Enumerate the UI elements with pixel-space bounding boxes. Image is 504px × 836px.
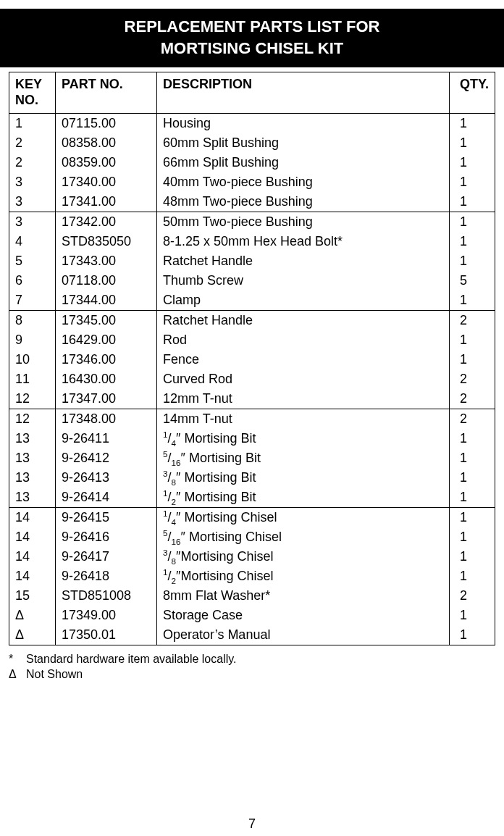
- cell-desc: 50mm Two-piece Bushing: [157, 212, 450, 232]
- cell-qty: 2: [449, 409, 495, 429]
- cell-key: 15: [9, 586, 56, 606]
- cell-key: 3: [9, 192, 56, 212]
- cell-qty: 5: [449, 271, 495, 290]
- cell-qty: 2: [449, 586, 495, 606]
- table-row: 607118.00Thumb Screw5: [9, 271, 495, 290]
- cell-desc: Curved Rod: [157, 369, 450, 389]
- cell-part: 17345.00: [56, 310, 157, 330]
- cell-qty: 1: [449, 468, 495, 488]
- cell-part: 17348.00: [56, 409, 157, 429]
- table-row: 1217347.0012mm T-nut2: [9, 389, 495, 409]
- cell-qty: 1: [449, 625, 495, 645]
- cell-desc: 48mm Two-piece Bushing: [157, 192, 450, 212]
- cell-key: Δ: [9, 625, 56, 645]
- cell-part: 17350.01: [56, 625, 157, 645]
- cell-part: STD851008: [56, 586, 157, 606]
- cell-part: 9-26413: [56, 468, 157, 488]
- cell-key: 14: [9, 507, 56, 527]
- title-bar: REPLACEMENT PARTS LIST FOR MORTISING CHI…: [0, 9, 504, 67]
- cell-desc: Thumb Screw: [157, 271, 450, 290]
- cell-key: 13: [9, 448, 56, 468]
- footnotes: *Standard hardware item available locall…: [9, 651, 495, 682]
- cell-desc: 3/8″Mortising Chisel: [157, 547, 450, 567]
- cell-part: 07115.00: [56, 113, 157, 133]
- cell-part: 08358.00: [56, 133, 157, 153]
- cell-desc: Storage Case: [157, 606, 450, 625]
- table-row: 139-264133/8″ Mortising Bit1: [9, 468, 495, 488]
- cell-part: 17340.00: [56, 172, 157, 192]
- cell-qty: 1: [449, 429, 495, 448]
- cell-qty: 2: [449, 369, 495, 389]
- footnote-text: Not Shown: [26, 666, 83, 682]
- cell-desc: Clamp: [157, 290, 450, 311]
- cell-part: 9-26416: [56, 527, 157, 547]
- cell-key: 14: [9, 547, 56, 567]
- cell-key: 1: [9, 113, 56, 133]
- cell-desc: 1/2″ Mortising Bit: [157, 488, 450, 508]
- table-row: 1116430.00Curved Rod2: [9, 369, 495, 389]
- cell-part: 17341.00: [56, 192, 157, 212]
- cell-key: 13: [9, 429, 56, 448]
- parts-table: KEY NO. PART NO. DESCRIPTION QTY. 107115…: [9, 72, 495, 645]
- cell-desc: 66mm Split Bushing: [157, 153, 450, 172]
- cell-part: 16429.00: [56, 330, 157, 350]
- cell-qty: 1: [449, 507, 495, 527]
- cell-part: 17346.00: [56, 350, 157, 369]
- cell-desc: Ratchet Handle: [157, 251, 450, 271]
- table-row: 15STD8510088mm Flat Washer*2: [9, 586, 495, 606]
- cell-part: 9-26418: [56, 567, 157, 586]
- cell-key: 8: [9, 310, 56, 330]
- table-row: 149-264173/8″Mortising Chisel1: [9, 547, 495, 567]
- cell-desc: 1/4″ Mortising Bit: [157, 429, 450, 448]
- table-row: 317342.0050mm Two-piece Bushing1: [9, 212, 495, 232]
- cell-desc: 60mm Split Bushing: [157, 133, 450, 153]
- cell-part: 17349.00: [56, 606, 157, 625]
- footnote-symbol: Δ: [9, 666, 26, 682]
- table-row: 517343.00Ratchet Handle1: [9, 251, 495, 271]
- cell-key: 11: [9, 369, 56, 389]
- cell-qty: 1: [449, 488, 495, 508]
- cell-key: 14: [9, 527, 56, 547]
- table-row: 317341.0048mm Two-piece Bushing1: [9, 192, 495, 212]
- cell-key: 14: [9, 567, 56, 586]
- footnote-text: Standard hardware item available locally…: [26, 651, 237, 667]
- page-number: 7: [0, 816, 504, 832]
- cell-desc: 8mm Flat Washer*: [157, 586, 450, 606]
- cell-qty: 2: [449, 310, 495, 330]
- table-row: 717344.00Clamp1: [9, 290, 495, 311]
- table-row: 149-264165/16″ Mortising Chisel1: [9, 527, 495, 547]
- title-line-2: MORTISING CHISEL KIT: [0, 38, 504, 59]
- cell-key: 10: [9, 350, 56, 369]
- cell-qty: 1: [449, 527, 495, 547]
- table-row: 139-264125/16″ Mortising Bit1: [9, 448, 495, 468]
- cell-part: 08359.00: [56, 153, 157, 172]
- cell-part: 9-26414: [56, 488, 157, 508]
- cell-key: 2: [9, 133, 56, 153]
- cell-key: 12: [9, 389, 56, 409]
- cell-part: 17347.00: [56, 389, 157, 409]
- cell-key: 13: [9, 468, 56, 488]
- cell-qty: 1: [449, 251, 495, 271]
- cell-desc: 1/4″ Mortising Chisel: [157, 507, 450, 527]
- cell-qty: 1: [449, 232, 495, 251]
- title-line-1: REPLACEMENT PARTS LIST FOR: [0, 16, 504, 38]
- cell-part: 17342.00: [56, 212, 157, 232]
- cell-qty: 1: [449, 350, 495, 369]
- cell-part: 07118.00: [56, 271, 157, 290]
- cell-qty: 1: [449, 212, 495, 232]
- cell-key: 4: [9, 232, 56, 251]
- cell-qty: 1: [449, 606, 495, 625]
- col-header-part: PART NO.: [56, 72, 157, 113]
- cell-qty: 1: [449, 547, 495, 567]
- table-row: 208359.0066mm Split Bushing1: [9, 153, 495, 172]
- cell-part: 9-26415: [56, 507, 157, 527]
- footnote: ΔNot Shown: [9, 666, 495, 682]
- cell-desc: Ratchet Handle: [157, 310, 450, 330]
- cell-part: 9-26411: [56, 429, 157, 448]
- cell-qty: 1: [449, 113, 495, 133]
- page: REPLACEMENT PARTS LIST FOR MORTISING CHI…: [0, 9, 504, 836]
- cell-key: 6: [9, 271, 56, 290]
- cell-qty: 1: [449, 330, 495, 350]
- table-row: 208358.0060mm Split Bushing1: [9, 133, 495, 153]
- cell-part: 9-26417: [56, 547, 157, 567]
